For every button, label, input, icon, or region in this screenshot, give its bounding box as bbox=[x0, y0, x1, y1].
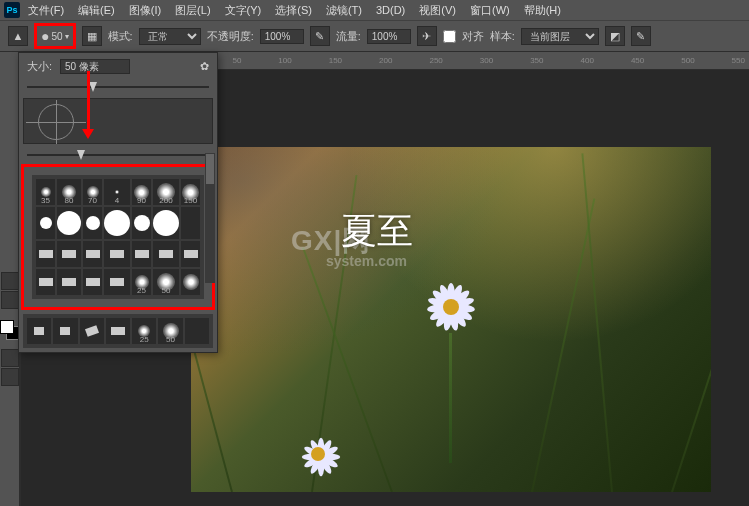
brush-preset[interactable]: 70 bbox=[83, 179, 102, 205]
brush-preset[interactable]: 200 bbox=[153, 179, 179, 205]
brush-preset[interactable]: 50 bbox=[153, 269, 179, 295]
brush-preset[interactable] bbox=[80, 318, 104, 344]
brush-preset[interactable] bbox=[36, 241, 55, 267]
menu-window[interactable]: 窗口(W) bbox=[464, 1, 516, 20]
opacity-label: 不透明度: bbox=[207, 29, 254, 44]
brush-preset[interactable] bbox=[153, 241, 179, 267]
menu-layer[interactable]: 图层(L) bbox=[169, 1, 216, 20]
brush-preset[interactable] bbox=[132, 207, 151, 239]
brush-preset[interactable]: 25 bbox=[132, 318, 156, 344]
brush-presets-grid: 35 80 70 4 90 200 150 25 bbox=[32, 175, 204, 299]
ps-logo: Ps bbox=[4, 2, 20, 18]
brush-preset[interactable] bbox=[104, 207, 130, 239]
mode-label: 模式: bbox=[108, 29, 133, 44]
gear-icon[interactable]: ✿ bbox=[200, 60, 209, 73]
menu-image[interactable]: 图像(I) bbox=[123, 1, 167, 20]
main-menu-bar: Ps 文件(F) 编辑(E) 图像(I) 图层(L) 文字(Y) 选择(S) 滤… bbox=[0, 0, 749, 20]
flow-input[interactable] bbox=[367, 29, 411, 44]
brush-preset[interactable] bbox=[106, 318, 130, 344]
brush-preset[interactable]: 150 bbox=[181, 179, 200, 205]
brush-preset[interactable] bbox=[36, 269, 55, 295]
quickmask-button[interactable] bbox=[1, 349, 19, 367]
pressure-opacity-icon[interactable]: ✎ bbox=[310, 26, 330, 46]
tool-button[interactable] bbox=[1, 291, 19, 309]
brush-preset[interactable] bbox=[27, 318, 51, 344]
brush-preset[interactable]: 25 bbox=[132, 269, 151, 295]
sample-select[interactable]: 当前图层 bbox=[521, 28, 599, 45]
brush-panel-toggle-icon[interactable]: ▦ bbox=[82, 26, 102, 46]
brush-preset[interactable] bbox=[83, 241, 102, 267]
menu-filter[interactable]: 滤镜(T) bbox=[320, 1, 368, 20]
brush-preset[interactable] bbox=[104, 241, 130, 267]
brush-preset[interactable] bbox=[132, 241, 151, 267]
menu-help[interactable]: 帮助(H) bbox=[518, 1, 567, 20]
brush-preset[interactable] bbox=[83, 207, 102, 239]
brush-preset[interactable] bbox=[181, 241, 200, 267]
brush-preset[interactable] bbox=[57, 241, 81, 267]
flow-label: 流量: bbox=[336, 29, 361, 44]
tool-button[interactable] bbox=[1, 272, 19, 290]
brush-preset[interactable] bbox=[104, 269, 130, 295]
brush-preset[interactable]: 80 bbox=[57, 179, 81, 205]
annotation-highlight: 35 80 70 4 90 200 150 25 bbox=[21, 164, 215, 310]
ignore-adjustment-icon[interactable]: ◩ bbox=[605, 26, 625, 46]
menu-type[interactable]: 文字(Y) bbox=[219, 1, 268, 20]
brush-preset[interactable] bbox=[57, 207, 81, 239]
stamp-tool-icon[interactable]: ▲ bbox=[8, 26, 28, 46]
brush-preset[interactable]: 50 bbox=[158, 318, 182, 344]
annotation-arrow bbox=[87, 71, 90, 131]
foreground-swatch[interactable] bbox=[0, 320, 14, 334]
mode-select[interactable]: 正常 bbox=[139, 28, 201, 45]
canvas-image[interactable]: GX|网 system.com 夏至 bbox=[191, 147, 711, 492]
canvas-text: 夏至 bbox=[341, 207, 413, 256]
color-swatches[interactable] bbox=[0, 320, 20, 340]
brush-preset[interactable] bbox=[181, 269, 200, 295]
menu-select[interactable]: 选择(S) bbox=[269, 1, 318, 20]
brush-preset[interactable] bbox=[57, 269, 81, 295]
brush-preset[interactable] bbox=[83, 269, 102, 295]
menu-file[interactable]: 文件(F) bbox=[22, 1, 70, 20]
menu-3d[interactable]: 3D(D) bbox=[370, 2, 411, 18]
brush-size-label: 大小: bbox=[27, 59, 52, 74]
align-label: 对齐 bbox=[462, 29, 484, 44]
brush-preset-panel: 大小: ✿ 35 80 70 4 90 200 150 bbox=[18, 52, 218, 353]
menu-edit[interactable]: 编辑(E) bbox=[72, 1, 121, 20]
brush-angle-preview[interactable] bbox=[23, 98, 213, 144]
hardness-slider[interactable] bbox=[19, 148, 217, 162]
brush-size-field[interactable] bbox=[60, 59, 130, 74]
brush-preset[interactable] bbox=[181, 207, 200, 239]
menu-view[interactable]: 视图(V) bbox=[413, 1, 462, 20]
brush-preset[interactable]: 90 bbox=[132, 179, 151, 205]
brush-preset[interactable] bbox=[185, 318, 209, 344]
preset-scrollbar[interactable] bbox=[205, 153, 215, 283]
brush-size-picker[interactable]: ● 50 ▾ bbox=[34, 23, 76, 49]
brush-size-value: 50 bbox=[51, 31, 62, 42]
opacity-input[interactable] bbox=[260, 29, 304, 44]
screenmode-button[interactable] bbox=[1, 368, 19, 386]
sample-label: 样本: bbox=[490, 29, 515, 44]
brush-preset[interactable] bbox=[153, 207, 179, 239]
align-checkbox[interactable] bbox=[443, 30, 456, 43]
toolbox bbox=[0, 52, 20, 506]
airbrush-icon[interactable]: ✈ bbox=[417, 26, 437, 46]
brush-preset[interactable]: 35 bbox=[36, 179, 55, 205]
brush-preset[interactable] bbox=[36, 207, 55, 239]
size-slider[interactable] bbox=[19, 80, 217, 94]
flower-main bbox=[421, 277, 481, 337]
pressure-size-icon[interactable]: ✎ bbox=[631, 26, 651, 46]
brush-preset[interactable] bbox=[53, 318, 77, 344]
brush-preset[interactable]: 4 bbox=[104, 179, 130, 205]
flower-small bbox=[291, 427, 346, 482]
options-bar: ▲ ● 50 ▾ ▦ 模式: 正常 不透明度: ✎ 流量: ✈ 对齐 样本: 当… bbox=[0, 20, 749, 52]
